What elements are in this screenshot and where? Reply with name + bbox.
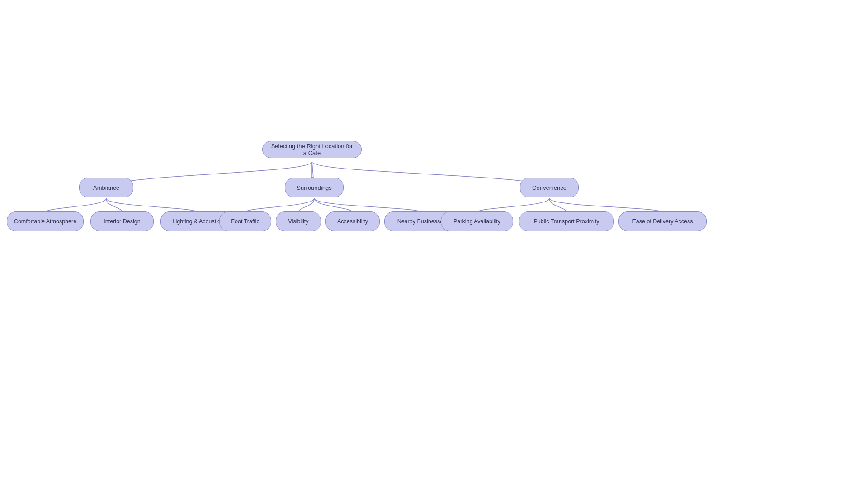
- ambiance-node: Ambiance: [79, 178, 133, 197]
- foot-traffic-node: Foot Traffic: [219, 211, 271, 231]
- comfortable-atmosphere-node: Comfortable Atmosphere: [7, 211, 84, 231]
- accessibility-node: Accessibility: [326, 211, 380, 231]
- ease-of-delivery-node: Ease of Delivery Access: [618, 211, 707, 231]
- convenience-node: Convenience: [520, 178, 579, 197]
- surroundings-node: Surroundings: [285, 178, 344, 197]
- public-transport-node: Public Transport Proximity: [519, 211, 614, 231]
- root-node: Selecting the Right Location for a Cafe: [262, 141, 362, 158]
- visibility-node: Visibility: [276, 211, 321, 231]
- interior-design-node: Interior Design: [90, 211, 154, 231]
- parking-availability-node: Parking Availability: [441, 211, 513, 231]
